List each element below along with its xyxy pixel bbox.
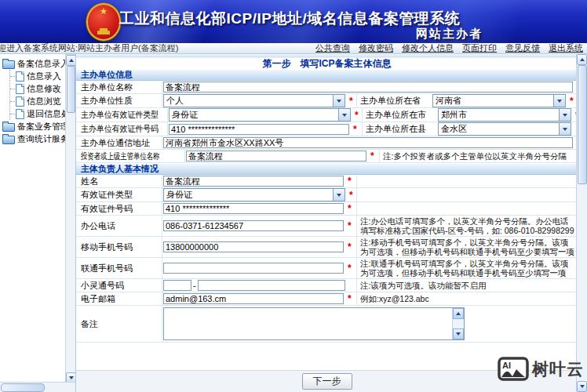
email-input[interactable] [163,293,344,304]
folder-icon [2,123,15,132]
required-mark: * [570,97,574,105]
sidebar-item-record-entry[interactable]: 备案信息录入 [2,57,75,70]
org-cert-no-input[interactable] [169,124,349,135]
scrollbar-thumb[interactable] [1,383,45,392]
field-label: 投资者或上级主管单位名称 [81,151,159,162]
file-icon [16,71,24,82]
watermark-brand: 树叶云 [532,358,584,380]
field-label: 办公电话 [81,220,115,232]
form-row-email: 电子邮箱 * 例如:xyz@123.abc [76,292,578,306]
field-note: 注:该项为可选项。该功能暂不启用 [356,279,578,292]
unicom-phone-input[interactable] [163,263,344,274]
field-label: 姓名 [81,176,98,187]
required-mark: * [348,177,352,185]
sidebar-item-label: 信息修改 [27,83,61,95]
required-mark: * [349,191,353,199]
phs-separator: - [193,281,196,290]
county-select[interactable]: 金水区 [438,122,571,136]
scroll-down-icon[interactable] [453,328,464,339]
sidebar-item-label: 备案业务管理 [17,121,69,132]
link-logout[interactable]: 退出系统 [549,43,583,53]
select-value: 个人 [164,95,333,107]
required-mark: * [348,222,352,230]
field-label: 主办单位通信地址 [81,137,150,149]
investor-input[interactable] [186,151,366,162]
form-row-cert-no: 有效证件号码 * [76,202,578,216]
province-select[interactable]: 河南省 [432,94,566,107]
ai-logo-icon: AI [498,357,529,381]
empty-cell [356,202,578,215]
scrollbar-thumb[interactable] [67,66,75,113]
dropdown-arrow-icon [559,123,571,135]
file-icon [16,109,24,119]
gate-icon [97,28,110,34]
link-public-query[interactable]: 公共查询 [315,43,350,53]
field-label: 主办单位所在县 [366,123,438,135]
form-content: 第一步 填写ICP备案主体信息 主办单位信息 主办单位名称 * 主办单位性质 个… [75,54,578,392]
org-nature-select[interactable]: 个人 [163,94,345,107]
required-mark: * [348,205,352,212]
sidebar-item-record-business[interactable]: 备案业务管理 [2,120,75,132]
dropdown-arrow-icon [338,109,350,121]
next-step-button[interactable]: 下一步 [302,373,352,390]
select-value: 河南省 [433,95,553,107]
scrollbar-thumb[interactable] [578,65,587,184]
field-note: 例如:xyz@123.abc [356,292,578,305]
office-phone-input[interactable] [163,220,344,231]
main-scrollbar [576,54,587,392]
phs-number-input[interactable] [198,280,345,291]
field-label: 联通手机号码 [81,263,133,274]
form-row-office-phone: 办公电话 * 注:办公电话可填写多个，以英文半角分号分隔。办公电话填写标准格式:… [76,216,578,237]
empty-cell [356,175,578,187]
scroll-up-icon[interactable] [577,54,587,65]
sidebar-item-label: 信息录入 [27,71,61,82]
field-label: 主办单位有效证件类型 [81,109,159,121]
form-row-unicom-phone: 联通手机号码 * 注:联通手机号码可填写多个，以英文半角分号分隔。该项为可选项，… [76,258,578,279]
link-edit-profile[interactable]: 修改个人信息 [402,43,454,53]
form-row-mobile-phone: 移动手机号码 * 注:移动手机号码可填写多个，以英文半角分号分隔。该项为可选项，… [76,237,578,258]
cert-no-input[interactable] [163,203,344,214]
required-mark: * [353,125,357,133]
person-name-input[interactable] [163,176,344,187]
sidebar-item-label: 信息浏览 [27,96,61,107]
link-print-page[interactable]: 页面打印 [462,43,497,53]
mobile-phone-input[interactable] [163,241,344,252]
phs-area-input[interactable] [163,280,191,291]
field-label: 主办单位所在省 [360,95,432,107]
nav-tree: 备案信息录入 信息录入 信息修改 信息浏览 退回信息处理 [2,57,75,145]
section-header-responsible-person: 主体负责人基本情况 [76,163,578,175]
form-row-name: 姓名 * [76,175,578,188]
dropdown-arrow-icon [333,95,345,107]
scroll-down-icon[interactable] [577,381,587,392]
select-value: 身份证 [170,109,338,121]
scroll-up-icon[interactable] [453,308,464,319]
field-label: 电子邮箱 [81,293,115,305]
form-row-remark: 备注 [76,306,578,343]
field-note: 注:办公电话可填写多个，以英文半角分号分隔。办公电话填写标准格式:国家代码-区号… [356,216,578,236]
field-note: 注:多个投资者或多个主管单位以英文半角分号分隔 [379,150,578,162]
form-row-phs: 小灵通号码 - 注:该项为可选项。该功能暂不启用 [76,279,578,292]
sidebar-item-query-stats[interactable]: 查询统计服务 [2,132,75,145]
sidebar: 备案信息录入 信息录入 信息修改 信息浏览 退回信息处理 [0,54,75,392]
breadcrumb: 迎进入备案系统网站:网站主办者用户(备案流程) [0,43,178,53]
org-address-input[interactable] [163,137,573,148]
top-links: 公共查询 修改密码 修改个人信息 页面打印 意见反馈 退出系统 [315,43,583,53]
city-select[interactable]: 郑州市 [438,108,571,122]
org-cert-type-select[interactable]: 身份证 [169,108,351,122]
field-label: 主办单位名称 [81,82,133,93]
field-label: 主办单位有效证件号码 [81,123,159,135]
org-name-input[interactable] [163,82,573,93]
sidebar-hscrollbar [0,382,75,392]
field-label: 有效证件号码 [81,203,133,215]
link-change-password[interactable]: 修改密码 [359,43,393,53]
app-title: 工业和信息化部ICP/IP地址/域名信息备案管理系统 [119,9,460,29]
remark-textarea[interactable] [163,307,465,340]
topbar: 迎进入备案系统网站:网站主办者用户(备案流程) 公共查询 修改密码 修改个人信息… [0,43,587,54]
cert-type-select[interactable]: 身份证 [163,188,345,201]
form-row-org-cert-type: 主办单位有效证件类型 身份证 * 主办单位所在市 郑州市 * [76,108,578,122]
field-label: 移动手机号码 [81,241,133,253]
link-feedback[interactable]: 意见反馈 [505,43,540,53]
dropdown-arrow-icon [553,95,565,107]
form-row-org-address: 主办单位通信地址 * [76,136,578,150]
field-label: 备注 [81,318,98,330]
